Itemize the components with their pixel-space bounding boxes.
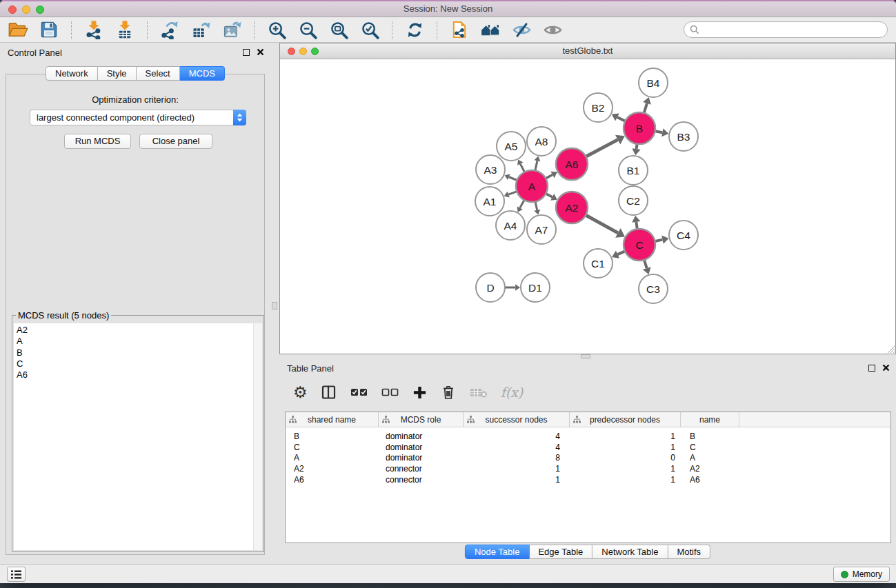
tab-network[interactable]: Network [46, 66, 98, 81]
scrollbar[interactable] [253, 323, 262, 550]
zoom-selected-button[interactable] [359, 19, 381, 40]
graph-edge-arrowhead [661, 236, 668, 244]
memory-status-icon [841, 571, 848, 578]
maximize-window-button[interactable] [36, 6, 44, 14]
export-image-button[interactable] [221, 19, 243, 40]
resize-grip-icon[interactable] [886, 344, 895, 353]
float-panel-icon[interactable] [868, 365, 875, 372]
zoom-out-button[interactable] [297, 19, 319, 40]
network-canvas[interactable]: B4B2BB3A8A5A6B1A3AC2A1A2A4A7C4CC1C3DD1 [280, 59, 895, 354]
table-cell: B [681, 432, 739, 441]
column-header-filler [739, 412, 890, 427]
mcds-result-item[interactable]: B [17, 347, 251, 358]
search-input[interactable] [703, 25, 882, 35]
table-cell: 1 [464, 464, 570, 474]
graph-node-label: B2 [592, 102, 605, 114]
graph-node-label: C4 [677, 230, 690, 241]
tab-mcds[interactable]: MCDS [180, 66, 225, 81]
vertical-splitter[interactable] [270, 43, 279, 564]
column-header-shared-name[interactable]: shared name [286, 412, 379, 427]
refresh-view-button[interactable] [404, 19, 426, 40]
export-table-button[interactable] [190, 19, 212, 40]
optimization-criterion-select[interactable]: largest connected component (directed) [30, 110, 246, 125]
graph-edge-arrowhead [661, 128, 668, 136]
column-header-successor-nodes[interactable]: successor nodes [464, 412, 570, 427]
float-panel-icon[interactable] [243, 49, 250, 56]
close-network-button[interactable] [288, 48, 295, 55]
show-columns-icon[interactable] [321, 382, 337, 403]
create-column-plus-icon[interactable] [412, 382, 427, 403]
close-window-button[interactable] [8, 6, 17, 14]
import-network-button[interactable] [83, 19, 105, 40]
mcds-result-item[interactable]: A2 [17, 325, 251, 336]
tab-edge-table[interactable]: Edge Table [529, 545, 593, 559]
close-panel-button[interactable]: Close panel [139, 134, 212, 149]
zoom-in-button[interactable] [266, 19, 288, 40]
table-toolbar: ⚙ f(x) [279, 376, 896, 408]
table-row[interactable]: A2connector11A2 [286, 463, 890, 474]
column-header-name[interactable]: name [681, 412, 739, 427]
tab-select[interactable]: Select [137, 66, 180, 81]
network-window-titlebar[interactable]: testGlobe.txt [280, 43, 895, 59]
graph-edge-arrowhead [515, 284, 520, 290]
show-details-eye-button[interactable] [541, 19, 564, 40]
mcds-result-item[interactable]: A6 [17, 369, 251, 381]
network-window-title: testGlobe.txt [280, 43, 895, 59]
toolbar-separator [71, 21, 72, 39]
table-cell: A6 [681, 475, 739, 485]
table-row[interactable]: Cdominator41C [286, 442, 890, 453]
combo-stepper-icon [233, 110, 246, 125]
run-mcds-button[interactable]: Run MCDS [64, 134, 131, 149]
close-panel-icon[interactable] [882, 364, 890, 372]
column-header-predecessor-nodes[interactable]: predecessor nodes [570, 412, 681, 427]
zoom-fit-button[interactable] [328, 19, 350, 40]
table-tabs: Node TableEdge TableNetwork TableMotifs [465, 545, 710, 559]
graph-node-label: C3 [646, 283, 660, 295]
table-cell: 4 [464, 443, 570, 452]
memory-button[interactable]: Memory [833, 567, 890, 582]
graph-node-label: B [636, 123, 643, 134]
mcds-result-item[interactable]: C [17, 358, 251, 369]
node-table[interactable]: shared nameMCDS rolesuccessor nodesprede… [285, 412, 891, 543]
network-graph[interactable]: B4B2BB3A8A5A6B1A3AC2A1A2A4A7C4CC1C3DD1 [280, 59, 895, 354]
combo-selected-value: largest connected component (directed) [30, 112, 233, 123]
minimize-window-button[interactable] [22, 6, 30, 14]
column-header-MCDS-role[interactable]: MCDS role [379, 412, 464, 427]
mcds-result-item[interactable]: A [17, 336, 251, 347]
graph-node-label: A1 [484, 196, 497, 207]
mcds-result-list[interactable]: A2ABCA6 [14, 323, 262, 550]
hide-graphics-details-button[interactable] [510, 19, 532, 40]
tab-node-table[interactable]: Node Table [465, 545, 530, 559]
delete-columns-trash-icon[interactable] [440, 382, 457, 403]
graph-edge-arrowhead [534, 156, 540, 162]
tab-style[interactable]: Style [98, 66, 137, 81]
tab-network-table[interactable]: Network Table [593, 545, 668, 559]
window-titlebar[interactable]: Session: New Session [0, 0, 896, 17]
export-network-button[interactable] [159, 19, 181, 40]
task-history-button[interactable] [7, 567, 26, 582]
table-panel-title: Table Panel [287, 363, 334, 374]
close-panel-icon[interactable] [257, 48, 264, 56]
home-icon[interactable] [479, 19, 501, 40]
save-session-button[interactable] [38, 19, 60, 40]
import-table-button[interactable] [114, 19, 136, 40]
minimize-network-button[interactable] [299, 48, 307, 55]
network-from-document-button[interactable] [448, 19, 470, 40]
table-mode-gear-icon[interactable]: ⚙ [293, 382, 308, 403]
select-all-icon[interactable] [350, 382, 368, 403]
table-row[interactable]: Bdominator41B [286, 431, 890, 442]
table-cell: dominator [379, 443, 464, 452]
table-row[interactable]: Adominator80A [286, 453, 890, 464]
maximize-network-button[interactable] [311, 48, 319, 55]
open-session-button[interactable] [7, 19, 29, 40]
search-box[interactable] [684, 21, 888, 38]
table-cell: 8 [464, 453, 570, 463]
table-panel: Table Panel ⚙ f(x) shared nameMCDS roles… [279, 358, 896, 564]
graph-node-label: B3 [677, 131, 690, 143]
deselect-all-icon[interactable] [381, 382, 399, 403]
status-bar: Memory [0, 564, 896, 583]
splitter-grip[interactable] [272, 302, 277, 310]
tab-motifs[interactable]: Motifs [668, 545, 710, 559]
graph-edge-arrowhead [534, 210, 540, 215]
table-row[interactable]: A6connector11A6 [286, 474, 890, 485]
